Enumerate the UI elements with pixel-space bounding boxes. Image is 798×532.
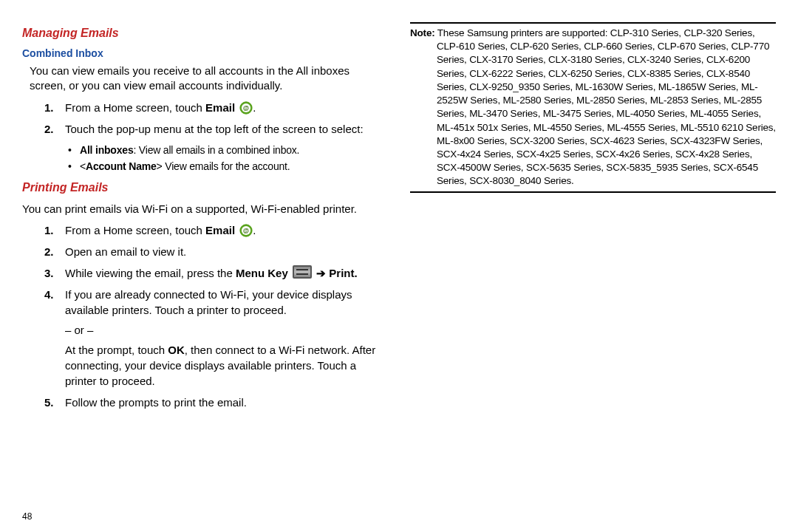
note-body: Note: These Samsung printers are support… [410,27,776,188]
heading-managing-emails: Managing Emails [22,27,388,40]
left-column: Managing Emails Combined Inbox You can v… [22,22,388,525]
combined-bullets: All inboxes: View all emails in a combin… [22,143,388,174]
combined-inbox-paragraph: You can view emails you receive to all a… [22,64,388,94]
heading-combined-inbox: Combined Inbox [22,47,388,59]
heading-printing-emails: Printing Emails [22,181,388,194]
email-label: Email [205,101,235,114]
bullet-text: : View all emails in a combined inbox. [133,144,299,156]
print-step-5: 5. Follow the prompts to print the email… [22,395,388,410]
step-number: 1. [44,100,54,115]
email-app-icon: @ [239,101,253,115]
print-label: Print. [329,267,357,279]
printing-steps-list: 1. From a Home screen, touch Email @ . 2… [22,222,388,410]
step-number: 4. [44,287,54,302]
step-number: 5. [44,395,54,410]
bullet-label: Account Name [86,160,157,172]
print-step-1: 1. From a Home screen, touch Email @ . [22,222,388,238]
bullet-all-inboxes: All inboxes: View all emails in a combin… [22,143,388,157]
step-text: Open an email to view it. [65,245,186,258]
menu-key-icon [293,265,312,279]
menu-key-label: Menu Key [236,267,288,279]
note-label: Note: [410,27,435,38]
step-number: 2. [44,121,54,137]
print-step-2: 2. Open an email to view it. [22,244,388,259]
bullet-account-name: <Account Name> View emails for the accou… [22,159,388,174]
svg-text:@: @ [243,228,249,235]
combined-step-1: 1. From a Home screen, touch Email @ . [22,100,388,115]
step-text-end: . [253,101,256,114]
step-text: From a Home screen, touch [65,101,205,114]
print-step-3: 3. While viewing the email, press the Me… [22,265,388,281]
step-text: Follow the prompts to print the email. [65,396,247,409]
combined-steps-list: 1. From a Home screen, touch Email @ . 2… [22,100,388,137]
step-text-end: . [253,224,256,236]
step-number: 1. [44,222,54,238]
right-column: Note: These Samsung printers are support… [410,22,776,525]
arrow-icon: ➔ [316,267,326,279]
note-text: These Samsung printers are supported: CL… [435,27,776,186]
step-number: 3. [44,265,54,281]
page: Managing Emails Combined Inbox You can v… [0,0,798,532]
step-number: 2. [44,244,54,259]
printing-paragraph: You can print emails via Wi-Fi on a supp… [22,202,388,216]
bullet-lt: < [80,160,86,172]
ok-label: OK [168,344,185,356]
print-step-4: 4. If you are already connected to Wi-Fi… [22,287,388,389]
step-text: Touch the pop-up menu at the top left of… [65,123,364,135]
bullet-label: All inboxes [80,144,133,156]
step-text: If you are already connected to Wi-Fi, y… [65,288,352,316]
step-text: From a Home screen, touch [65,224,205,236]
svg-text:@: @ [243,104,249,112]
step-text: At the prompt, touch [65,344,168,356]
or-separator: – or – [65,322,388,338]
note-block: Note: These Samsung printers are support… [410,22,776,193]
email-label: Email [205,224,235,236]
combined-step-2: 2. Touch the pop-up menu at the top left… [22,121,388,137]
step-text: While viewing the email, press the [65,267,236,279]
page-number: 48 [22,511,32,522]
email-app-icon: @ [239,224,253,237]
bullet-text: > View emails for the account. [157,160,290,172]
